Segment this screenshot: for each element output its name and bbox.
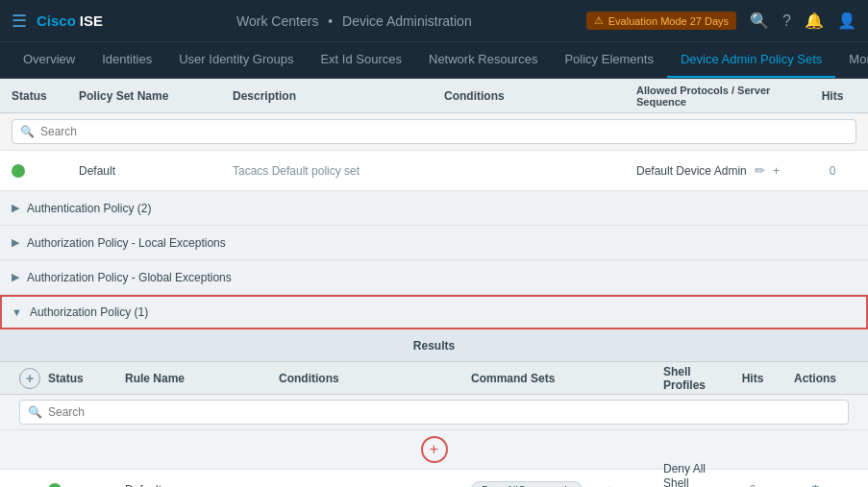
results-header: Results — [0, 329, 868, 362]
col-header-conditions: Conditions — [444, 89, 636, 103]
menu-icon[interactable]: ☰ — [12, 11, 27, 32]
sub-search-row: 🔍 — [0, 395, 868, 430]
authorization-local-exceptions-row[interactable]: ▶ Authorization Policy - Local Exception… — [0, 226, 868, 260]
add-rule-button[interactable]: + — [421, 436, 448, 463]
col-header-allowed: Allowed Protocols / Server Sequence — [636, 85, 808, 108]
tab-identities[interactable]: Identities — [88, 42, 165, 78]
notification-icon[interactable]: 🔔 — [805, 12, 824, 30]
col-add: + — [19, 368, 48, 389]
search-row: 🔍 — [0, 113, 868, 151]
add-btn-row: + — [0, 430, 868, 470]
status-cell — [12, 164, 79, 178]
col-header-conditions: Conditions — [279, 372, 471, 385]
tab-network-resources[interactable]: Network Resources — [415, 42, 551, 78]
sub-actions-cell: ⚙ — [781, 482, 849, 488]
add-icon[interactable]: + — [773, 163, 781, 178]
policy-label: Authentication Policy (2) — [27, 202, 151, 215]
eval-badge: ⚠ Evaluation Mode 27 Days — [586, 12, 736, 30]
policy-name-cell: Default — [79, 164, 233, 178]
tab-device-admin-policy-sets[interactable]: Device Admin Policy Sets — [667, 42, 835, 78]
tab-ext-id-sources[interactable]: Ext Id Sources — [307, 42, 415, 78]
search-icon: 🔍 — [20, 125, 35, 138]
chevron-right-icon: ▶ — [12, 271, 19, 283]
authentication-policy-row[interactable]: ▶ Authentication Policy (2) — [0, 191, 868, 226]
tab-overview[interactable]: Overview — [10, 42, 88, 78]
gear-icon[interactable]: ⚙ — [809, 482, 822, 488]
logo: Cisco ISE — [37, 12, 103, 29]
edit-icon[interactable]: ✏ — [755, 163, 765, 178]
sub-command-sets-cell: DenyAllCommands ✏ + — [471, 482, 663, 487]
topbar-right: ⚠ Evaluation Mode 27 Days 🔍 ? 🔔 👤 — [586, 12, 856, 30]
col-header-description: Description — [233, 89, 444, 103]
shell-profile-text: Deny All Shell Profile — [663, 462, 706, 488]
col-header-hits: Hits — [724, 372, 781, 385]
topbar: ☰ Cisco ISE Work Centers • Device Admini… — [0, 0, 868, 42]
sub-status-cell — [48, 483, 125, 488]
cmd-edit-icon[interactable]: ✏ — [592, 482, 603, 487]
sub-col-headers: + Status Rule Name Conditions Command Se… — [0, 362, 868, 395]
chevron-down-icon: ▼ — [12, 306, 22, 318]
tab-policy-elements[interactable]: Policy Elements — [551, 42, 666, 78]
add-row-icon[interactable]: + — [19, 368, 40, 389]
policy-label: Authorization Policy - Local Exceptions — [27, 236, 226, 250]
navtabs: Overview Identities User Identity Groups… — [0, 42, 868, 79]
col-header-policy-name: Policy Set Name — [79, 89, 233, 103]
sub-search-box[interactable]: 🔍 — [19, 400, 849, 425]
sub-status-dot — [48, 483, 62, 488]
logo-ise: ISE — [80, 12, 103, 29]
search-box[interactable]: 🔍 — [12, 119, 856, 144]
allowed-cell: Default Device Admin ✏ + — [636, 163, 808, 178]
logo-cisco: Cisco — [37, 12, 76, 29]
col-header-rule-name: Rule Name — [125, 372, 279, 385]
warning-icon: ⚠ — [594, 14, 604, 27]
col-header-status: Status — [12, 89, 79, 103]
col-header-shell-profiles: Shell Profiles — [663, 365, 724, 392]
chevron-right-icon: ▶ — [12, 202, 19, 214]
cmd-chip: DenyAllCommands — [471, 481, 583, 487]
search-input[interactable] — [40, 125, 848, 138]
search-icon: 🔍 — [28, 405, 42, 419]
sub-search-input[interactable] — [48, 405, 840, 419]
authorization-policy-1-row[interactable]: ▼ Authorization Policy (1) — [0, 295, 868, 329]
tab-more[interactable]: More ▾ — [835, 42, 868, 78]
sub-hits-cell: 0 — [724, 483, 781, 488]
description-cell: Tacacs Default policy set — [233, 164, 444, 178]
authorization-global-exceptions-row[interactable]: ▶ Authorization Policy - Global Exceptio… — [0, 260, 868, 295]
hits-cell: 0 — [808, 164, 856, 178]
sub-shell-profiles-cell: Deny All Shell Profile ✏ + — [663, 461, 724, 488]
search-icon[interactable]: 🔍 — [750, 12, 769, 30]
col-header-hits: Hits — [808, 89, 856, 103]
default-policy-row: Default Tacacs Default policy set Defaul… — [0, 151, 868, 191]
chevron-right-icon: ▶ — [12, 236, 19, 249]
allowed-text: Default Device Admin — [636, 164, 747, 178]
user-icon[interactable]: 👤 — [837, 12, 856, 30]
sub-table-container: Results + Status Rule Name Conditions Co… — [0, 329, 868, 487]
sub-data-row: Default DenyAllCommands ✏ + Deny All She… — [0, 470, 868, 487]
cmd-add-icon[interactable]: + — [606, 482, 613, 487]
tab-user-identity-groups[interactable]: User Identity Groups — [165, 42, 307, 78]
policy-label: Authorization Policy - Global Exceptions — [27, 271, 232, 284]
main-content: Status Policy Set Name Description Condi… — [0, 79, 868, 487]
sub-rule-name-cell: Default — [125, 483, 279, 488]
status-dot-active — [12, 164, 25, 178]
results-label: Results — [413, 339, 455, 353]
col-header-command-sets: Command Sets — [471, 372, 663, 385]
help-icon[interactable]: ? — [782, 12, 791, 30]
table-header: Status Policy Set Name Description Condi… — [0, 79, 868, 113]
page-title: Work Centers • Device Administration — [122, 13, 586, 29]
col-header-actions: Actions — [781, 372, 849, 385]
col-header-status: Status — [48, 372, 125, 385]
policy-label: Authorization Policy (1) — [30, 305, 148, 319]
